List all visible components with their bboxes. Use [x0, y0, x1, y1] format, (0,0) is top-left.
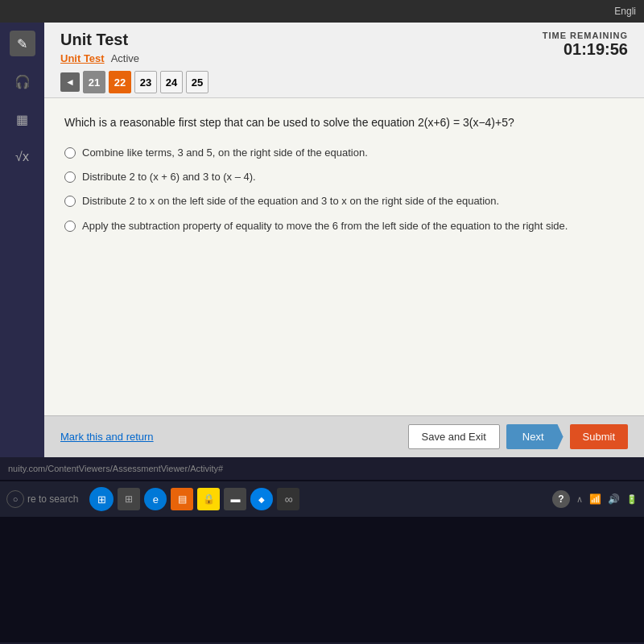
save-exit-button[interactable]: Save and Exit — [408, 424, 500, 449]
taskbar-icons: ⊞ ⊞ e ▤ 🔒 ▬ ◆ ∞ — [89, 487, 299, 511]
battery-icon: 🔋 — [626, 494, 638, 505]
timer-label: TIME REMAINING — [543, 31, 628, 40]
address-bar-strip: nuity.com/ContentViewers/AssessmentViewe… — [0, 457, 644, 480]
tray-caret: ∧ — [576, 494, 583, 505]
search-text: re to search — [27, 493, 78, 505]
option-text-3: Distribute 2 to x on the left side of th… — [82, 194, 499, 208]
answer-option-4[interactable]: Apply the subtraction property of equali… — [64, 219, 624, 233]
url-text: nuity.com/ContentViewers/AssessmentViewe… — [8, 464, 223, 473]
timer-area: TIME REMAINING 01:19:56 — [543, 31, 628, 59]
edge-icon[interactable]: e — [144, 488, 167, 510]
browser-top-bar: Engli — [0, 0, 644, 23]
main-content: Unit Test Unit Test Active ◄ 21 22 23 24… — [44, 23, 644, 457]
infinity-icon[interactable]: ∞ — [277, 488, 299, 510]
system-tray: ? ∧ 📶 🔊 🔋 — [552, 490, 638, 508]
radio-4[interactable] — [64, 221, 76, 232]
wifi-icon: 📶 — [589, 493, 601, 505]
prev-nav-arrow[interactable]: ◄ — [60, 72, 80, 92]
taskbar-search-area: ○ re to search — [6, 490, 78, 508]
mark-return-link[interactable]: Mark this and return — [60, 431, 154, 443]
radio-1[interactable] — [64, 147, 76, 159]
monitor-icon[interactable]: ▬ — [224, 488, 246, 510]
grid-icon[interactable]: ⊞ — [118, 488, 140, 510]
answer-option-3[interactable]: Distribute 2 to x on the left side of th… — [64, 194, 624, 208]
question-btn-24[interactable]: 24 — [160, 71, 183, 93]
question-area: Which is a reasonable first step that ca… — [44, 98, 644, 415]
breadcrumb-link[interactable]: Unit Test — [60, 52, 105, 64]
dropbox-icon[interactable]: ◆ — [250, 488, 273, 510]
headphones-icon[interactable]: 🎧 — [10, 68, 35, 94]
radio-3[interactable] — [64, 196, 76, 207]
option-text-4: Apply the subtraction property of equali… — [82, 219, 568, 233]
pencil-icon[interactable]: ✎ — [10, 31, 35, 56]
search-circle-icon[interactable]: ○ — [6, 490, 24, 508]
question-text: Which is a reasonable first step that ca… — [64, 114, 624, 131]
folder-icon[interactable]: ▤ — [171, 488, 193, 510]
help-icon[interactable]: ? — [552, 490, 570, 508]
content-footer: Mark this and return Save and Exit Next … — [44, 415, 644, 457]
windows-icon[interactable]: ⊞ — [89, 487, 114, 511]
question-btn-25[interactable]: 25 — [186, 71, 208, 93]
next-button[interactable]: Next — [506, 424, 564, 449]
option-text-1: Combine like terms, 3 and 5, on the righ… — [82, 146, 368, 160]
breadcrumb-status: Active — [111, 52, 139, 64]
windows-taskbar: ○ re to search ⊞ ⊞ e ▤ 🔒 ▬ ◆ ∞ ? ∧ 📶 🔊 🔋 — [0, 481, 644, 517]
left-sidebar: ✎ 🎧 ▦ √x — [0, 23, 44, 457]
question-btn-21[interactable]: 21 — [83, 71, 105, 93]
volume-icon: 🔊 — [608, 493, 620, 505]
question-btn-23[interactable]: 23 — [134, 71, 157, 93]
lock-icon[interactable]: 🔒 — [197, 488, 220, 510]
browser-label: Engli — [614, 6, 636, 17]
answer-option-1[interactable]: Combine like terms, 3 and 5, on the righ… — [64, 146, 624, 160]
question-btn-22[interactable]: 22 — [109, 71, 131, 93]
radio-2[interactable] — [64, 171, 76, 183]
footer-buttons: Save and Exit Next Submit — [408, 424, 628, 449]
calculator-icon[interactable]: ▦ — [10, 106, 35, 132]
formula-icon[interactable]: √x — [10, 144, 35, 170]
timer-value: 01:19:56 — [543, 40, 628, 59]
screen-area: ✎ 🎧 ▦ √x Unit Test Unit Test Active ◄ 21… — [0, 23, 644, 457]
submit-button[interactable]: Submit — [570, 424, 628, 449]
answer-option-2[interactable]: Distribute 2 to (x + 6) and 3 to (x – 4)… — [64, 170, 624, 184]
bottom-area: nuity.com/ContentViewers/AssessmentViewe… — [0, 457, 644, 642]
question-nav: ◄ 21 22 23 24 25 — [60, 71, 628, 93]
option-text-2: Distribute 2 to (x + 6) and 3 to (x – 4)… — [82, 170, 256, 184]
